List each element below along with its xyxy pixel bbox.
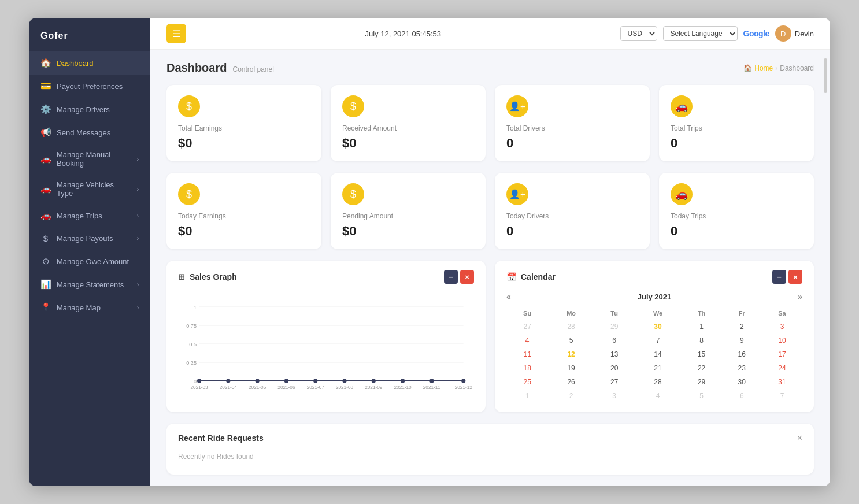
- cal-day[interactable]: 6: [722, 389, 762, 403]
- cal-day[interactable]: 3: [594, 389, 634, 403]
- sidebar-item-drivers[interactable]: ⚙️ Manage Drivers: [29, 98, 150, 121]
- cal-day[interactable]: 3: [762, 320, 802, 333]
- cal-day[interactable]: 2: [548, 389, 594, 403]
- cal-day[interactable]: 30: [722, 375, 762, 389]
- sidebar-item-vehicles[interactable]: 🚗 Manage Vehicles Type ›: [29, 174, 150, 204]
- cal-day[interactable]: 29: [682, 375, 722, 389]
- svg-point-14: [313, 379, 317, 383]
- sales-graph-minimize-button[interactable]: −: [444, 270, 458, 284]
- cal-day[interactable]: 11: [506, 347, 548, 361]
- sidebar-item-label: Manage Vehicles Type: [57, 180, 131, 198]
- svg-text:2021-04: 2021-04: [220, 385, 238, 390]
- svg-text:2021-07: 2021-07: [307, 385, 325, 390]
- today-trips-value: 0: [671, 224, 802, 239]
- sales-graph-chart: 1 0.75 0.5 0.25 0: [178, 292, 474, 398]
- cal-day[interactable]: 24: [762, 361, 802, 375]
- recent-rides-close-button[interactable]: ×: [797, 433, 802, 443]
- calendar-next-button[interactable]: »: [798, 292, 802, 301]
- sidebar-item-map[interactable]: 📍 Manage Map ›: [29, 296, 150, 319]
- cal-day[interactable]: 15: [682, 347, 722, 361]
- messages-icon: 📢: [40, 127, 51, 138]
- cal-day[interactable]: 14: [634, 347, 681, 361]
- svg-point-12: [255, 379, 259, 383]
- cal-day[interactable]: 12: [548, 347, 594, 361]
- language-select[interactable]: Select Language English Spanish: [663, 26, 738, 41]
- svg-text:1: 1: [194, 305, 197, 310]
- sales-graph-card: ⊞ Sales Graph − ×: [166, 261, 486, 412]
- sidebar-item-label: Dashboard: [57, 59, 94, 68]
- svg-text:2021-06: 2021-06: [277, 385, 295, 390]
- sidebar-item-label: Manage Drivers: [57, 105, 110, 114]
- cal-day[interactable]: 22: [682, 361, 722, 375]
- svg-text:2021-08: 2021-08: [336, 385, 354, 390]
- menu-button[interactable]: ☰: [166, 24, 186, 43]
- cal-day[interactable]: 29: [594, 320, 634, 333]
- svg-point-15: [342, 379, 346, 383]
- calendar-header: 📅 Calendar − ×: [506, 270, 802, 284]
- cal-day[interactable]: 1: [506, 389, 548, 403]
- avatar: D: [775, 25, 791, 42]
- cal-day[interactable]: 1: [682, 320, 722, 333]
- cal-day[interactable]: 8: [682, 333, 722, 347]
- recent-rides-header: Recent Ride Requests ×: [178, 433, 802, 443]
- sidebar-item-label: Send Messages: [57, 128, 110, 137]
- today-earnings-label: Today Earnings: [178, 212, 310, 220]
- calendar-close-button[interactable]: ×: [788, 270, 802, 284]
- sidebar-item-label: Manage Owe Amount: [57, 257, 129, 266]
- svg-text:2021-09: 2021-09: [365, 385, 383, 390]
- svg-text:2021-10: 2021-10: [394, 385, 412, 390]
- sidebar-item-label: Manage Manual Booking: [57, 150, 131, 168]
- cal-day[interactable]: 18: [506, 361, 548, 375]
- cal-day[interactable]: 7: [762, 389, 802, 403]
- sidebar-item-statements[interactable]: 📊 Manage Statements ›: [29, 273, 150, 296]
- sidebar-item-owe[interactable]: ⊙ Manage Owe Amount: [29, 250, 150, 273]
- breadcrumb-home-link[interactable]: Home: [754, 64, 773, 72]
- cal-day[interactable]: 9: [722, 333, 762, 347]
- sidebar-item-manual-booking[interactable]: 🚗 Manage Manual Booking ›: [29, 144, 150, 174]
- cal-day[interactable]: 13: [594, 347, 634, 361]
- currency-select[interactable]: USD EUR: [620, 26, 657, 41]
- user-profile[interactable]: D Devin: [775, 25, 814, 42]
- cal-day[interactable]: 26: [548, 375, 594, 389]
- cal-day[interactable]: 30: [634, 320, 681, 333]
- sidebar-item-payout[interactable]: 💳 Payout Preferences: [29, 75, 150, 98]
- content-area: Dashboard Control panel 🏠 Home › Dashboa…: [150, 50, 830, 486]
- cal-day[interactable]: 20: [594, 361, 634, 375]
- cal-day[interactable]: 16: [722, 347, 762, 361]
- cal-day[interactable]: 6: [594, 333, 634, 347]
- cal-day[interactable]: 17: [762, 347, 802, 361]
- cal-day[interactable]: 27: [506, 320, 548, 333]
- sales-graph-close-button[interactable]: ×: [460, 270, 474, 284]
- cal-day[interactable]: 25: [506, 375, 548, 389]
- cal-day[interactable]: 5: [682, 389, 722, 403]
- cal-day[interactable]: 5: [548, 333, 594, 347]
- cal-day[interactable]: 4: [506, 333, 548, 347]
- google-label: Google: [743, 29, 769, 38]
- main-area: ☰ July 12, 2021 05:45:53 USD EUR Select …: [150, 18, 830, 486]
- scrollbar-track[interactable]: [823, 53, 828, 486]
- svg-text:0.75: 0.75: [186, 323, 197, 329]
- payout-icon: 💳: [40, 81, 51, 91]
- cal-day[interactable]: 27: [594, 375, 634, 389]
- cal-day[interactable]: 19: [548, 361, 594, 375]
- cal-day[interactable]: 31: [762, 375, 802, 389]
- calendar-minimize-button[interactable]: −: [772, 270, 786, 284]
- cal-day[interactable]: 4: [634, 389, 681, 403]
- cal-day[interactable]: 2: [722, 320, 762, 333]
- sales-graph-title: ⊞ Sales Graph: [178, 272, 237, 281]
- cal-day[interactable]: 28: [634, 375, 681, 389]
- sidebar-item-messages[interactable]: 📢 Send Messages: [29, 121, 150, 144]
- cal-day[interactable]: 23: [722, 361, 762, 375]
- stat-card-today-drivers: 👤+ Today Drivers 0: [495, 173, 650, 249]
- scrollbar-thumb[interactable]: [824, 58, 827, 93]
- grid-icon: ⊞: [178, 272, 185, 281]
- sidebar-item-trips[interactable]: 🚗 Manage Trips ›: [29, 204, 150, 227]
- cal-day[interactable]: 10: [762, 333, 802, 347]
- sidebar-item-payouts[interactable]: $ Manage Payouts ›: [29, 227, 150, 250]
- calendar-prev-button[interactable]: «: [506, 292, 511, 301]
- cal-day[interactable]: 28: [548, 320, 594, 333]
- cal-day[interactable]: 7: [634, 333, 681, 347]
- sidebar-item-dashboard[interactable]: 🏠 Dashboard: [29, 51, 150, 75]
- bottom-row: ⊞ Sales Graph − ×: [166, 261, 814, 412]
- cal-day[interactable]: 21: [634, 361, 681, 375]
